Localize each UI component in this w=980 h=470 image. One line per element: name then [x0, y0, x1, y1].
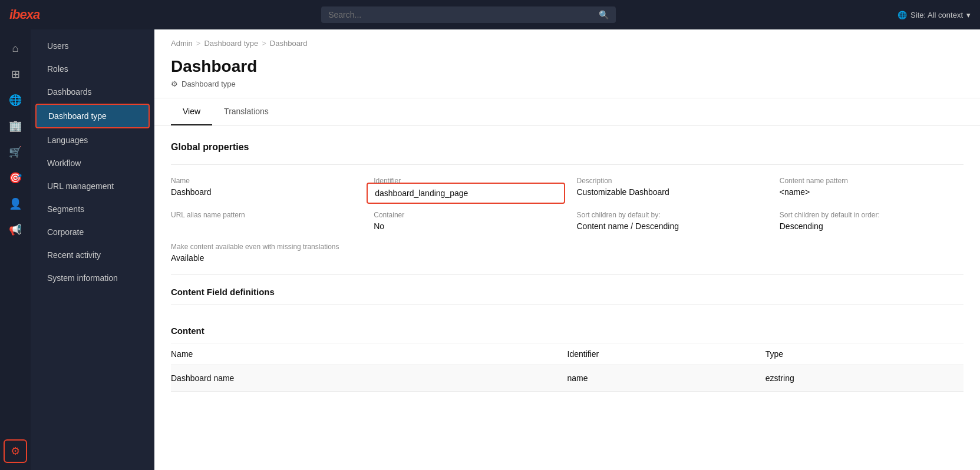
icon-rail: ⌂ ⊞ 🌐 🏢 🛒 🎯 👤 📢 ⚙ [0, 29, 31, 470]
search-input[interactable] [328, 10, 599, 19]
person-rail-icon[interactable]: 👤 [4, 192, 27, 216]
tab-translations[interactable]: Translations [212, 98, 281, 125]
search-bar[interactable]: 🔍 [321, 6, 616, 23]
prop-content-name-pattern-value: <name> [780, 187, 963, 197]
sidebar-item-system-information[interactable]: System information [35, 267, 150, 289]
col-type: Type [765, 349, 963, 359]
sidebar-item-url-management[interactable]: URL management [35, 175, 150, 197]
search-icon: 🔍 [599, 10, 609, 19]
home-rail-icon[interactable]: ⌂ [4, 37, 27, 60]
sidebar: Users Roles Dashboards Dashboard type La… [31, 29, 154, 470]
grid-rail-icon[interactable]: ⊞ [4, 62, 27, 86]
prop-description-label: Description [577, 177, 761, 185]
prop-description: Description Customizable Dashboard [577, 177, 761, 199]
sidebar-item-languages[interactable]: Languages [35, 129, 150, 151]
global-properties-title: Global properties [171, 142, 963, 153]
col-identifier: Identifier [567, 349, 765, 359]
prop-sort-by-label: Sort children by default by: [577, 211, 761, 219]
content-field-definitions: Content Field definitions [154, 275, 980, 304]
available-row: Make content available even with missing… [154, 243, 980, 274]
col-name: Name [171, 349, 567, 359]
content-field-definitions-title: Content Field definitions [171, 287, 963, 304]
sidebar-item-users[interactable]: Users [35, 35, 150, 57]
prop-name-value: Dashboard [171, 187, 355, 197]
page-subtitle: ⚙ Dashboard type [171, 80, 963, 88]
megaphone-rail-icon[interactable]: 📢 [4, 218, 27, 241]
prop-description-value: Customizable Dashboard [577, 187, 761, 197]
prop-container: Container No [374, 211, 557, 231]
table-row: Dashboard name name ezstring [171, 365, 963, 392]
sidebar-item-workflow[interactable]: Workflow [35, 152, 150, 174]
page-title: Dashboard [171, 57, 963, 76]
prop-url-alias-label: URL alias name pattern [171, 211, 355, 219]
subtitle-text: Dashboard type [182, 80, 236, 88]
breadcrumb-sep-2: > [262, 39, 266, 48]
sidebar-item-roles[interactable]: Roles [35, 58, 150, 80]
prop-content-name-pattern: Content name pattern <name> [780, 177, 963, 199]
prop-sort-by-value: Content name / Descending [577, 221, 761, 231]
globe-icon: 🌐 [897, 11, 907, 19]
breadcrumb: Admin > Dashboard type > Dashboard [154, 29, 980, 52]
prop-sort-order-label: Sort children by default in order: [780, 211, 963, 219]
content-section: Content Name Identifier Type Dashboard n… [154, 314, 980, 392]
breadcrumb-dashboard-type[interactable]: Dashboard type [204, 39, 258, 48]
properties-row1: Name Dashboard Identifier dashboard_land… [154, 165, 980, 211]
row-identifier: name [567, 373, 765, 383]
site-context-label: Site: All context [910, 11, 963, 19]
tabs: View Translations [154, 98, 980, 125]
available-value: Available [171, 253, 963, 263]
settings-rail-icon[interactable]: ⚙ [4, 439, 27, 463]
prop-content-name-pattern-label: Content name pattern [780, 177, 963, 185]
tab-view[interactable]: View [171, 98, 212, 125]
table-header: Name Identifier Type [171, 343, 963, 365]
logo-text: ibexa [9, 7, 39, 22]
row-name: Dashboard name [171, 373, 567, 383]
site-context[interactable]: 🌐 Site: All context ▾ [897, 11, 971, 19]
chevron-down-icon: ▾ [966, 11, 971, 19]
content-table-title: Content [171, 326, 963, 343]
prop-name-label: Name [171, 177, 355, 185]
breadcrumb-admin[interactable]: Admin [171, 39, 193, 48]
prop-identifier: Identifier dashboard_landing_page [374, 177, 557, 199]
breadcrumb-sep-1: > [196, 39, 201, 48]
prop-container-value: No [374, 221, 557, 231]
prop-sort-by: Sort children by default by: Content nam… [577, 211, 761, 231]
properties-row2: URL alias name pattern Container No Sort… [154, 211, 980, 243]
available-label: Make content available even with missing… [171, 243, 963, 251]
prop-sort-order-value: Descending [780, 221, 963, 231]
sidebar-item-corporate[interactable]: Corporate [35, 221, 150, 243]
topbar: ibexa 🔍 🌐 Site: All context ▾ [0, 0, 980, 29]
prop-sort-order: Sort children by default in order: Desce… [780, 211, 963, 231]
subtitle-icon: ⚙ [171, 80, 178, 88]
target-rail-icon[interactable]: 🎯 [4, 166, 27, 190]
main-content: Admin > Dashboard type > Dashboard Dashb… [154, 29, 980, 470]
prop-container-label: Container [374, 211, 557, 219]
row-type: ezstring [765, 373, 963, 383]
sidebar-item-recent-activity[interactable]: Recent activity [35, 244, 150, 266]
globe-rail-icon[interactable]: 🌐 [4, 88, 27, 112]
building-rail-icon[interactable]: 🏢 [4, 114, 27, 138]
page-header: Dashboard ⚙ Dashboard type [154, 52, 980, 98]
sidebar-item-dashboard-type[interactable]: Dashboard type [35, 104, 150, 128]
sidebar-item-segments[interactable]: Segments [35, 198, 150, 220]
prop-url-alias: URL alias name pattern [171, 211, 355, 231]
prop-name: Name Dashboard [171, 177, 355, 199]
cart-rail-icon[interactable]: 🛒 [4, 140, 27, 164]
global-properties-section: Global properties [154, 125, 980, 153]
logo: ibexa [9, 7, 39, 22]
sidebar-item-dashboards[interactable]: Dashboards [35, 81, 150, 103]
prop-identifier-value: dashboard_landing_page [367, 183, 565, 204]
breadcrumb-current: Dashboard [270, 39, 308, 48]
